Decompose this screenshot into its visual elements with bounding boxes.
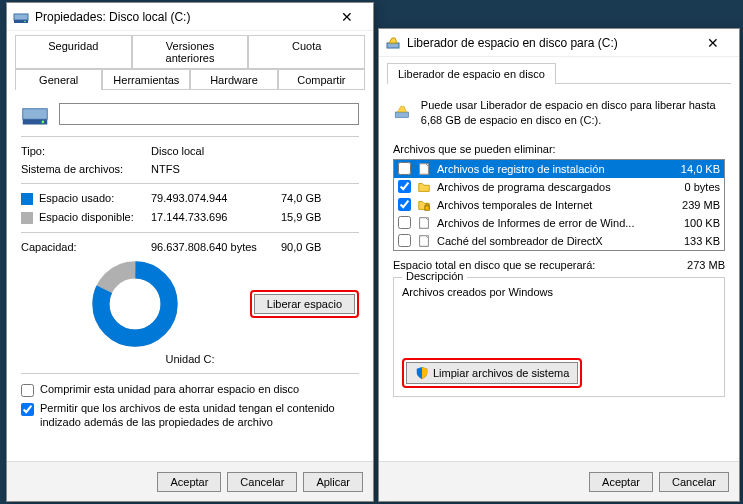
tab-hardware[interactable]: Hardware: [190, 69, 277, 90]
drive-icon: [13, 9, 29, 25]
cleanup-panel: Puede usar Liberador de espacio en disco…: [379, 84, 739, 456]
tab-general[interactable]: General: [15, 69, 102, 90]
apply-button[interactable]: Aplicar: [303, 472, 363, 492]
description-text: Archivos creados por Windows: [402, 286, 716, 298]
file-checkbox[interactable]: [398, 216, 411, 229]
index-checkbox-row[interactable]: Permitir que los archivos de esta unidad…: [21, 401, 359, 430]
file-name: Caché del sombreador de DirectX: [437, 235, 659, 247]
compress-checkbox-row[interactable]: Comprimir esta unidad para ahorrar espac…: [21, 382, 359, 397]
cap-gb: 90,0 GB: [281, 241, 341, 253]
compress-label: Comprimir esta unidad para ahorrar espac…: [40, 382, 299, 396]
file-row[interactable]: Archivos de registro de instalación14,0 …: [394, 160, 724, 178]
cancel-button[interactable]: Cancelar: [227, 472, 297, 492]
file-name: Archivos de programa descargados: [437, 181, 659, 193]
tab-compartir[interactable]: Compartir: [278, 69, 365, 90]
drive-icon-large: [21, 100, 49, 128]
free-label: Espacio disponible:: [21, 211, 151, 224]
type-label: Tipo:: [21, 145, 151, 157]
file-name: Archivos temporales de Internet: [437, 199, 659, 211]
file-size: 14,0 KB: [665, 163, 720, 175]
lock-icon: [417, 198, 431, 212]
tab-cuota[interactable]: Cuota: [248, 35, 365, 69]
close-button[interactable]: ✕: [693, 31, 733, 55]
intro-text: Puede usar Liberador de espacio en disco…: [421, 98, 725, 129]
svg-rect-10: [387, 43, 399, 48]
ok-button[interactable]: Aceptar: [589, 472, 653, 492]
used-label: Espacio usado:: [21, 192, 151, 205]
cap-label: Capacidad:: [21, 241, 151, 253]
disk-cleanup-dialog: Liberador de espacio en disco para (C:) …: [378, 28, 740, 502]
file-name: Archivos de registro de instalación: [437, 163, 659, 175]
tab-strip: Seguridad Versiones anteriores Cuota Gen…: [7, 31, 373, 90]
file-name: Archivos de Informes de error de Wind...: [437, 217, 659, 229]
file-size: 0 bytes: [665, 181, 720, 193]
file-size: 239 MB: [665, 199, 720, 211]
used-bytes: 79.493.074.944: [151, 192, 281, 205]
file-icon: [417, 162, 431, 176]
file-size: 133 KB: [665, 235, 720, 247]
svg-rect-0: [14, 14, 28, 20]
ok-button[interactable]: Aceptar: [157, 472, 221, 492]
description-title: Descripción: [402, 270, 467, 282]
cleanup-icon-large: [393, 98, 411, 126]
cancel-button[interactable]: Cancelar: [659, 472, 729, 492]
svg-rect-1: [14, 20, 28, 23]
file-checkbox[interactable]: [398, 180, 411, 193]
used-gb: 74,0 GB: [281, 192, 341, 205]
svg-point-2: [24, 20, 26, 22]
titlebar[interactable]: Liberador de espacio en disco para (C:) …: [379, 29, 739, 57]
clean-button-label: Limpiar archivos de sistema: [433, 367, 569, 379]
svg-point-9: [114, 283, 157, 326]
highlight-liberar: Liberar espacio: [250, 290, 359, 318]
free-bytes: 17.144.733.696: [151, 211, 281, 224]
file-row[interactable]: Archivos de Informes de error de Wind...…: [394, 214, 724, 232]
fs-value: NTFS: [151, 163, 359, 175]
file-row[interactable]: Archivos temporales de Internet239 MB: [394, 196, 724, 214]
description-group: Descripción Archivos creados por Windows…: [393, 277, 725, 397]
file-checkbox[interactable]: [398, 162, 411, 175]
type-value: Disco local: [151, 145, 359, 157]
file-icon: [417, 234, 431, 248]
svg-rect-3: [23, 109, 48, 120]
file-checkbox[interactable]: [398, 198, 411, 211]
window-title: Propiedades: Disco local (C:): [35, 10, 327, 24]
file-list[interactable]: Archivos de registro de instalación14,0 …: [393, 159, 725, 251]
general-panel: Tipo: Disco local Sistema de archivos: N…: [7, 90, 373, 488]
properties-dialog: Propiedades: Disco local (C:) ✕ Segurida…: [6, 2, 374, 502]
tab-strip: Liberador de espacio en disco: [379, 57, 739, 84]
index-checkbox[interactable]: [21, 403, 34, 416]
total-value: 273 MB: [687, 259, 725, 271]
tab-herramientas[interactable]: Herramientas: [102, 69, 190, 90]
liberar-espacio-button[interactable]: Liberar espacio: [254, 294, 355, 314]
files-label: Archivos que se pueden eliminar:: [393, 143, 725, 155]
svg-rect-11: [395, 112, 408, 118]
file-row[interactable]: Archivos de programa descargados0 bytes: [394, 178, 724, 196]
tab-seguridad[interactable]: Seguridad: [15, 35, 132, 69]
index-label: Permitir que los archivos de esta unidad…: [40, 401, 359, 430]
file-row[interactable]: Caché del sombreador de DirectX133 KB: [394, 232, 724, 250]
svg-rect-13: [425, 206, 429, 210]
clean-system-files-button[interactable]: Limpiar archivos de sistema: [406, 362, 578, 384]
titlebar[interactable]: Propiedades: Disco local (C:) ✕: [7, 3, 373, 31]
window-title: Liberador de espacio en disco para (C:): [407, 36, 693, 50]
tab-cleanup[interactable]: Liberador de espacio en disco: [387, 63, 556, 84]
drive-name-input[interactable]: [59, 103, 359, 125]
usage-donut-chart: [90, 259, 180, 349]
shield-icon: [415, 366, 429, 380]
tab-versiones[interactable]: Versiones anteriores: [132, 35, 249, 69]
cleanup-icon: [385, 35, 401, 51]
folder-icon: [417, 180, 431, 194]
unit-label: Unidad C:: [21, 353, 359, 365]
compress-checkbox[interactable]: [21, 384, 34, 397]
free-gb: 15,9 GB: [281, 211, 341, 224]
close-button[interactable]: ✕: [327, 5, 367, 29]
file-icon: [417, 216, 431, 230]
svg-point-5: [42, 121, 45, 124]
highlight-clean: Limpiar archivos de sistema: [402, 358, 582, 388]
cap-bytes: 96.637.808.640 bytes: [151, 241, 281, 253]
file-checkbox[interactable]: [398, 234, 411, 247]
dialog-footer: Aceptar Cancelar: [379, 461, 739, 501]
dialog-footer: Aceptar Cancelar Aplicar: [7, 461, 373, 501]
fs-label: Sistema de archivos:: [21, 163, 151, 175]
file-size: 100 KB: [665, 217, 720, 229]
